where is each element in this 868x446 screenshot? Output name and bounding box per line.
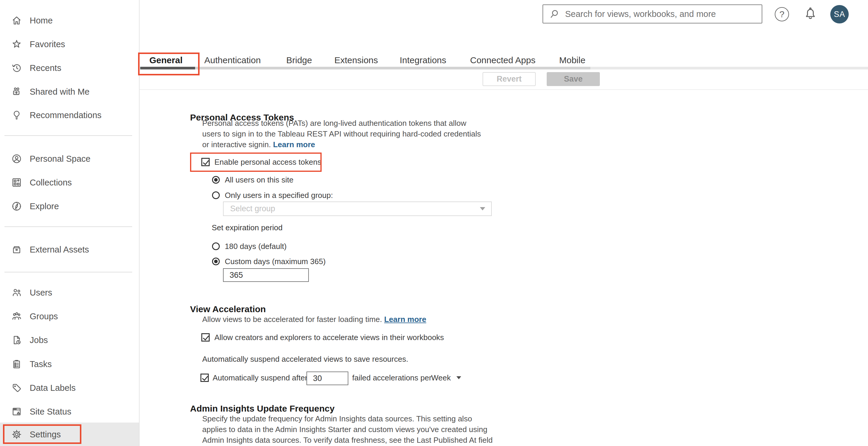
- tab-integrations[interactable]: Integrations: [400, 55, 446, 65]
- tab-extensions[interactable]: Extensions: [334, 55, 378, 65]
- tab-general[interactable]: General: [149, 55, 183, 65]
- sidebar-item-external-assets[interactable]: External Assets: [0, 238, 139, 262]
- toolbar-divider: [140, 89, 868, 90]
- custom-days-input[interactable]: [223, 268, 309, 282]
- gear-icon: [11, 429, 22, 440]
- auto-suspend-prefix[interactable]: Automatically suspend after: [213, 373, 307, 382]
- sidebar-divider: [4, 272, 132, 272]
- sidebar-item-label: Recents: [30, 63, 61, 73]
- pat-description: Personal access tokens (PATs) are long-l…: [202, 118, 484, 150]
- custom-days-label[interactable]: Custom days (maximum 365): [225, 257, 326, 266]
- sidebar-item-label: Data Labels: [30, 383, 76, 393]
- admin-insights-description: Specify the update frequency for Admin I…: [202, 413, 493, 446]
- sidebar-item-label: Collections: [30, 178, 72, 187]
- custom-days-radio[interactable]: [212, 258, 220, 265]
- expiration-label: Set expiration period: [212, 223, 282, 232]
- sidebar-item-label: Jobs: [30, 335, 48, 345]
- all-users-label[interactable]: All users on this site: [225, 175, 293, 184]
- enable-pat-label[interactable]: Enable personal access tokens: [214, 158, 321, 167]
- shared-icon: [11, 87, 22, 97]
- period-dropdown[interactable]: Week: [431, 373, 451, 382]
- sidebar-item-favorites[interactable]: Favorites: [0, 32, 139, 56]
- sidebar-item-label: Explore: [30, 202, 59, 211]
- tab-scrollbar-track-end: [590, 67, 868, 69]
- search-box: [542, 4, 762, 24]
- users-icon: [11, 287, 22, 298]
- allow-accelerate-label[interactable]: Allow creators and explorers to accelera…: [214, 333, 444, 342]
- tab-bridge[interactable]: Bridge: [286, 55, 312, 65]
- view-accel-learn-more-link[interactable]: Learn more: [384, 315, 427, 324]
- star-icon: [11, 39, 22, 49]
- sidebar-item-label: Site Status: [30, 407, 71, 417]
- days-180-label[interactable]: 180 days (default): [225, 242, 286, 251]
- all-users-radio[interactable]: [212, 176, 220, 184]
- tableau-settings-page: Home Favorites Recents Shared with Me Re…: [0, 0, 868, 446]
- home-icon: [11, 15, 22, 26]
- sidebar-item-home[interactable]: Home: [0, 9, 139, 32]
- sidebar-item-users[interactable]: Users: [0, 281, 139, 304]
- site-status-icon: [11, 406, 22, 417]
- tab-scrollbar-track[interactable]: [195, 67, 590, 69]
- admin-insights-section-title: Admin Insights Update Frequency: [190, 404, 335, 414]
- specified-group-label[interactable]: Only users in a specified group:: [225, 191, 333, 200]
- sidebar-item-label: Groups: [30, 312, 58, 321]
- tab-scrollbar-thumb[interactable]: [140, 67, 195, 69]
- days-180-radio[interactable]: [212, 242, 220, 250]
- sidebar-item-label: Settings: [30, 430, 61, 440]
- sidebar-item-recommendations[interactable]: Recommendations: [0, 103, 139, 127]
- save-button[interactable]: Save: [547, 72, 600, 86]
- sidebar-item-recents[interactable]: Recents: [0, 56, 139, 80]
- specified-group-radio[interactable]: [212, 192, 220, 199]
- sidebar-item-tasks[interactable]: Tasks: [0, 352, 139, 376]
- tab-mobile[interactable]: Mobile: [559, 55, 585, 65]
- revert-button[interactable]: Revert: [483, 72, 536, 86]
- chevron-down-icon: [457, 376, 461, 379]
- enable-pat-checkbox[interactable]: [202, 158, 210, 166]
- view-accel-section-title: View Acceleration: [190, 304, 266, 314]
- suspend-description: Automatically suspend accelerated views …: [202, 354, 408, 364]
- sidebar-item-label: Recommendations: [30, 110, 101, 120]
- collections-icon: [11, 177, 22, 188]
- help-icon[interactable]: ?: [775, 7, 789, 21]
- sidebar-item-label: Users: [30, 288, 52, 298]
- lightbulb-icon: [11, 110, 22, 121]
- notifications-bell-icon[interactable]: [804, 6, 817, 21]
- select-group-placeholder: Select group: [230, 204, 275, 213]
- auto-suspend-checkbox[interactable]: [200, 374, 209, 382]
- sidebar-item-label: Home: [30, 16, 53, 26]
- sidebar-item-shared-with-me[interactable]: Shared with Me: [0, 80, 139, 104]
- select-group-dropdown[interactable]: Select group: [223, 202, 492, 216]
- search-input[interactable]: [542, 4, 762, 24]
- search-icon: [549, 9, 560, 19]
- tag-icon: [11, 382, 22, 393]
- compass-icon: [11, 201, 22, 212]
- tasks-icon: [11, 359, 22, 370]
- sidebar-item-explore[interactable]: Explore: [0, 194, 139, 218]
- groups-icon: [11, 311, 22, 322]
- sidebar-item-jobs[interactable]: Jobs: [0, 328, 139, 352]
- person-circle-icon: [11, 153, 22, 164]
- sidebar-item-label: Favorites: [30, 39, 65, 49]
- sidebar-item-personal-space[interactable]: Personal Space: [0, 147, 139, 171]
- drawer-icon: [11, 244, 22, 255]
- tab-connected-apps[interactable]: Connected Apps: [470, 55, 535, 65]
- failed-accelerations-input[interactable]: [306, 372, 348, 385]
- sidebar-divider: [4, 227, 132, 227]
- allow-accelerate-checkbox[interactable]: [202, 333, 210, 342]
- sidebar-item-settings[interactable]: Settings: [0, 422, 139, 446]
- sidebar-divider: [4, 135, 132, 136]
- sidebar-item-collections[interactable]: Collections: [0, 171, 139, 194]
- tab-authentication[interactable]: Authentication: [204, 55, 261, 65]
- auto-suspend-suffix: failed accelerations per: [352, 373, 432, 382]
- sidebar-item-site-status[interactable]: Site Status: [0, 400, 139, 423]
- sidebar-item-label: Personal Space: [30, 154, 91, 164]
- sidebar-item-groups[interactable]: Groups: [0, 304, 139, 328]
- history-icon: [11, 63, 22, 73]
- avatar[interactable]: SA: [830, 5, 849, 24]
- view-accel-description: Allow views to be accelerated for faster…: [202, 315, 426, 324]
- pat-learn-more-link[interactable]: Learn more: [273, 140, 315, 149]
- sidebar-item-data-labels[interactable]: Data Labels: [0, 376, 139, 400]
- sidebar-border: [139, 0, 140, 446]
- help-glyph: ?: [779, 9, 784, 19]
- jobs-icon: [11, 335, 22, 345]
